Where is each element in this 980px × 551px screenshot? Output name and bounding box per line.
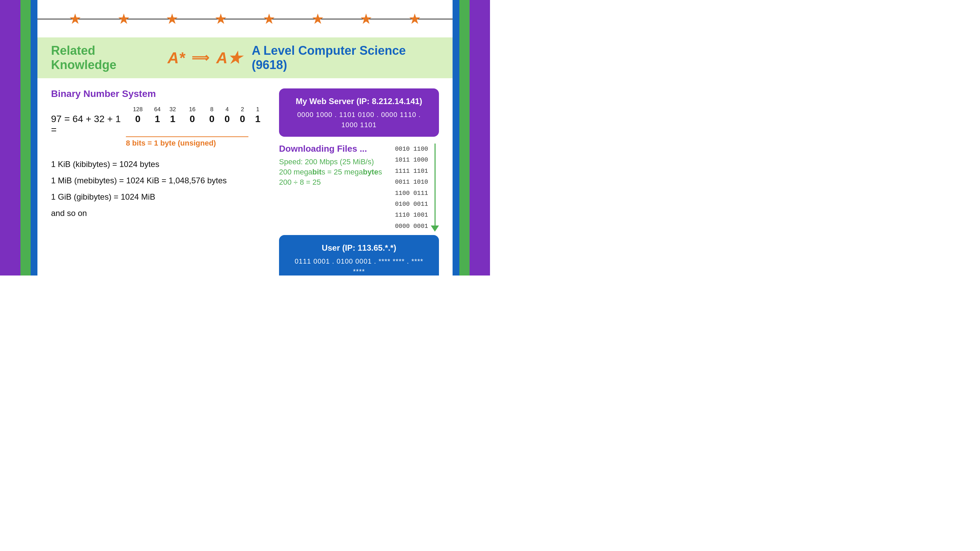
right-column: My Web Server (IP: 8.212.14.141) 0000 10… xyxy=(279,89,439,275)
binary-row-2: 1111 1101 xyxy=(395,166,428,176)
bit-label-64: 64 xyxy=(150,106,165,113)
bit-labels: 128 64 32 16 8 4 2 1 xyxy=(126,106,266,113)
bit-7: 1 xyxy=(250,114,266,124)
binary-row-5: 0100 0011 xyxy=(395,198,428,210)
bit-label-8: 8 xyxy=(204,106,220,113)
binary-row-3: 0011 1010 xyxy=(395,176,428,187)
stars-row: ★ ★ ★ ★ ★ ★ ★ ★ xyxy=(37,0,453,37)
header-banner: Related Knowledge A* ⟹ A★ A Level Comput… xyxy=(37,37,453,78)
star-5: ★ xyxy=(263,11,275,27)
server-binary: 0000 1000 . 1101 0100 . 0000 1110 . 1000… xyxy=(288,110,430,130)
bit-6: 0 xyxy=(235,114,250,124)
binary-number-system-title: Binary Number System xyxy=(51,89,266,99)
user-title: User (IP: 113.65.*.*) xyxy=(288,242,430,254)
sidebar-right-green xyxy=(460,0,469,275)
binary-row-1: 1011 1000 xyxy=(395,154,428,165)
download-info: Downloading Files ... Speed: 200 Mbps (2… xyxy=(279,143,388,188)
course-title: A Level Computer Science (9618) xyxy=(252,43,439,72)
user-binary: 0111 0001 . 0100 0001 . **** **** . ****… xyxy=(288,256,430,275)
binary-row-0: 0010 1100 xyxy=(395,143,428,154)
bit-label-128: 128 xyxy=(126,106,150,113)
main-content: ★ ★ ★ ★ ★ ★ ★ ★ Related Knowledge A* ⟹ A… xyxy=(37,0,453,275)
binary-equation: 97 = 64 + 32 + 1 = 0 1 1 0 0 0 0 1 xyxy=(51,114,266,135)
bit-4: 0 xyxy=(204,114,220,124)
related-knowledge-label: Related Knowledge xyxy=(51,43,161,72)
star-3: ★ xyxy=(166,11,179,27)
bit-2: 1 xyxy=(165,114,180,124)
bit-0: 0 xyxy=(126,114,150,124)
sidebar-left-green xyxy=(21,0,30,275)
bit-5: 0 xyxy=(220,114,235,124)
server-title: My Web Server (IP: 8.212.14.141) xyxy=(288,95,430,108)
sidebar-left-blue xyxy=(30,0,37,275)
star-7: ★ xyxy=(360,11,372,27)
binary-row-7: 0000 0001 xyxy=(395,221,428,232)
download-line-0: Speed: 200 Mbps (25 MiB/s) xyxy=(279,157,388,166)
header-arrow: ⟹ xyxy=(192,51,209,65)
sidebar-left xyxy=(0,0,21,275)
downloading-title: Downloading Files ... xyxy=(279,143,388,154)
bit-1: 1 xyxy=(150,114,165,124)
binary-display: 128 64 32 16 8 4 2 1 97 = 64 + 32 + 1 = … xyxy=(51,106,266,148)
bits-label: 8 bits = 1 byte (unsigned) xyxy=(126,139,266,148)
binary-row-6: 1110 1001 xyxy=(395,210,428,221)
binary-row-4: 1100 0111 xyxy=(395,188,428,198)
mem-etc: and so on xyxy=(51,208,266,218)
star-8: ★ xyxy=(408,11,421,27)
mem-mib: 1 MiB (mebibytes) = 1024 KiB = 1,048,576… xyxy=(51,176,266,185)
header-astar2: A★ xyxy=(216,49,241,67)
download-line-2: 200 ÷ 8 = 25 xyxy=(279,178,388,187)
download-arrow xyxy=(431,143,439,232)
bit-underline xyxy=(126,137,248,137)
star-2: ★ xyxy=(118,11,130,27)
binary-stream: 0010 1100 1011 1000 1111 1101 0011 1010 … xyxy=(395,143,428,232)
body-layout: Binary Number System 128 64 32 16 8 4 2 … xyxy=(37,78,453,275)
bit-label-2: 2 xyxy=(235,106,250,113)
sidebar-right xyxy=(469,0,490,275)
star-1: ★ xyxy=(69,11,82,27)
left-column: Binary Number System 128 64 32 16 8 4 2 … xyxy=(51,89,266,275)
star-4: ★ xyxy=(215,11,227,27)
sidebar-right-blue xyxy=(453,0,460,275)
star-6: ★ xyxy=(311,11,324,27)
download-line-1: 200 megabits = 25 megabytes xyxy=(279,168,388,176)
bit-3: 0 xyxy=(180,114,204,124)
user-box: User (IP: 113.65.*.*) 0111 0001 . 0100 0… xyxy=(279,235,439,275)
server-box: My Web Server (IP: 8.212.14.141) 0000 10… xyxy=(279,89,439,137)
bit-values: 0 1 1 0 0 0 0 1 xyxy=(126,114,266,124)
bit-label-16: 16 xyxy=(180,106,204,113)
equation-text: 97 = 64 + 32 + 1 = xyxy=(51,114,126,135)
middle-section: Downloading Files ... Speed: 200 Mbps (2… xyxy=(279,143,439,232)
bit-label-1: 1 xyxy=(250,106,266,113)
memory-units: 1 KiB (kibibytes) = 1024 bytes 1 MiB (me… xyxy=(51,159,266,218)
mem-kib: 1 KiB (kibibytes) = 1024 bytes xyxy=(51,159,266,169)
bit-label-32: 32 xyxy=(165,106,180,113)
mem-gib: 1 GiB (gibibytes) = 1024 MiB xyxy=(51,192,266,202)
header-astar1: A* xyxy=(167,49,185,67)
bit-label-4: 4 xyxy=(220,106,235,113)
